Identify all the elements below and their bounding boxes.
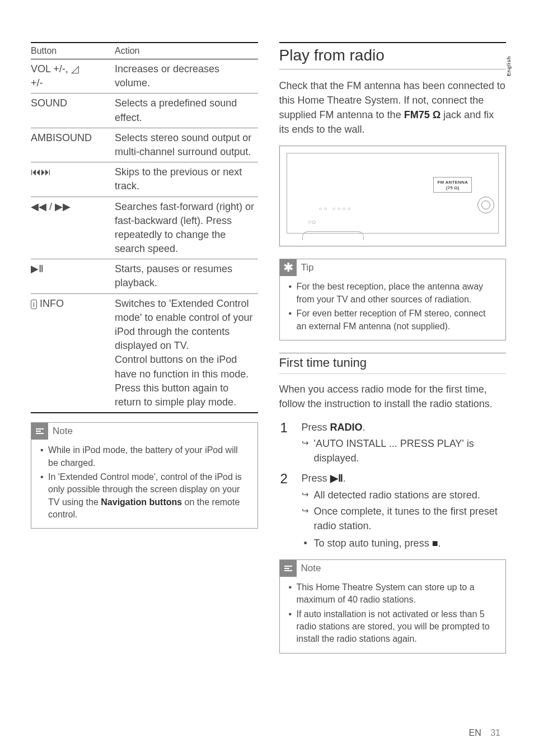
note-icon [31, 423, 48, 440]
antenna-label: FM ANTENNA (75 Ω) [433, 177, 472, 192]
table-row: ▶ⅡStarts, pauses or resumes playback. [31, 259, 258, 293]
note-box-radio: Note This Home Theatre System can store … [279, 559, 507, 654]
step-result: All detected radio stations are stored. [302, 488, 507, 502]
action-cell: Skips to the previous or next track. [115, 162, 257, 197]
tip-item: For the best reception, place the antenn… [289, 281, 497, 306]
footer-page-number: 31 [490, 728, 500, 738]
action-cell: Starts, pauses or resumes playback. [115, 259, 257, 293]
page-footer: EN 31 [469, 728, 500, 738]
disc-tray-icon [302, 231, 364, 240]
antenna-label-line2: (75 Ω) [437, 185, 468, 191]
button-cell: ⏮⏭ [31, 162, 115, 197]
panel-circles-icon: ○○ [308, 217, 316, 226]
tip-item: For even better reception of FM stereo, … [289, 307, 497, 333]
table-row: ◀◀ / ▶▶Searches fast-forward (right) or … [31, 197, 258, 259]
button-cell: SOUND [31, 94, 115, 128]
step-item: Press ▶Ⅱ.All detected radio stations are… [280, 471, 507, 550]
table-header-action: Action [115, 43, 257, 59]
action-cell: Increases or decreases volume. [115, 59, 257, 94]
step-bullet: To stop auto tuning, press ■. [302, 536, 507, 550]
step-result: Once complete, it tunes to the first pre… [302, 504, 507, 533]
note-title: Note [53, 426, 73, 437]
tuning-intro: When you access radio mode for the first… [279, 382, 507, 411]
action-cell: Selects stereo sound output or multi-cha… [115, 128, 257, 162]
heading-play-from-radio: Play from radio [279, 42, 507, 69]
panel-dots-icon: ○○ ○○○○ [319, 206, 353, 212]
tip-icon: ✱ [280, 259, 297, 276]
table-row: VOL +/-, ◿+/-Increases or decreases volu… [31, 59, 258, 94]
button-cell: i INFO [31, 293, 115, 413]
action-cell: Selects a predefined sound effect. [115, 94, 257, 128]
footer-language: EN [469, 728, 481, 738]
left-column: Button Action VOL +/-, ◿+/-Increases or … [31, 42, 258, 662]
button-cell: ◀◀ / ▶▶ [31, 197, 115, 259]
table-row: i INFOSwitches to 'Extended Control mode… [31, 293, 258, 413]
note-box-ipod: Note While in iPod mode, the battery of … [31, 422, 258, 529]
note-item: If auto installation is not activated or… [289, 608, 497, 646]
step-result: 'AUTO INSTALL ... PRESS PLAY' is display… [302, 436, 507, 465]
button-cell: VOL +/-, ◿+/- [31, 59, 115, 94]
note-icon [280, 560, 297, 577]
radio-intro: Check that the FM antenna has been conne… [279, 78, 507, 137]
heading-first-time-tuning: First time tuning [279, 353, 507, 374]
action-cell: Switches to 'Extended Control mode' to e… [115, 293, 257, 413]
table-header-button: Button [31, 43, 115, 59]
table-row: SOUNDSelects a predefined sound effect. [31, 94, 258, 128]
language-tab: English [506, 56, 512, 76]
tuning-steps: Press RADIO.'AUTO INSTALL ... PRESS PLAY… [280, 420, 507, 550]
action-cell: Searches fast-forward (right) or fast-ba… [115, 197, 257, 259]
button-cell: AMBISOUND [31, 128, 115, 162]
antenna-label-line1: FM ANTENNA [437, 180, 468, 185]
note-item: In 'Extended Control mode', control of t… [40, 471, 249, 521]
note-item: While in iPod mode, the battery of your … [40, 444, 249, 469]
button-cell: ▶Ⅱ [31, 259, 115, 293]
step-item: Press RADIO.'AUTO INSTALL ... PRESS PLAY… [280, 420, 507, 465]
table-row: AMBISOUNDSelects stereo sound output or … [31, 128, 258, 162]
tip-title: Tip [301, 262, 314, 273]
table-row: ⏮⏭Skips to the previous or next track. [31, 162, 258, 197]
note-title: Note [301, 563, 321, 574]
note-item: This Home Theatre System can store up to… [289, 581, 497, 606]
antenna-diagram: FM ANTENNA (75 Ω) ○○ ○○○○ ○○ [279, 146, 507, 246]
tip-box: ✱ Tip For the best reception, place the … [279, 259, 507, 340]
right-column: Play from radio Check that the FM antenn… [279, 42, 507, 662]
button-action-table: Button Action VOL +/-, ◿+/-Increases or … [31, 42, 258, 413]
